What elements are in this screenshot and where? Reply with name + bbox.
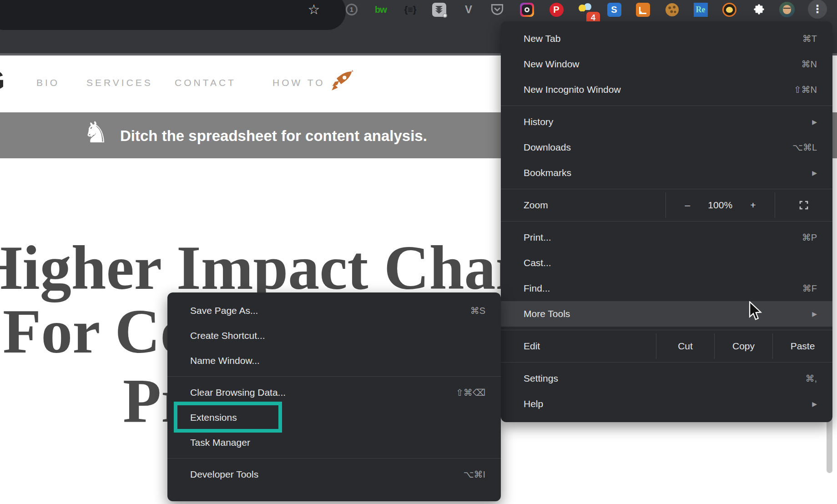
url-bar[interactable] [0,0,346,30]
shortcut: ⇧⌘N [794,84,817,95]
nav-contact[interactable]: CONTACT [175,77,236,88]
rss-icon [636,3,650,17]
menu-label: Clear Browsing Data... [190,387,286,398]
shortcut: ⌥⌘L [792,142,817,153]
extension-lion-icon[interactable] [721,2,737,17]
zoom-in-button[interactable]: + [750,200,756,211]
menu-label: Cast... [524,257,551,268]
menu-label: Task Manager [190,437,250,448]
extension-bw-icon[interactable]: bw [373,2,388,17]
submenu-arrow-icon: ▶ [812,400,817,408]
menu-item-history[interactable]: History ▶ [501,109,832,135]
menu-label: Developer Tools [190,469,258,480]
shortcut: ⌘N [802,59,817,70]
chrome-menu: New Tab ⌘T New Window ⌘N New Incognito W… [501,21,832,422]
edit-paste-button[interactable]: Paste [772,333,832,359]
menu-item-cast[interactable]: Cast... [501,250,832,276]
submenu-arrow-icon: ▶ [812,310,817,318]
shortcut: ⌥⌘I [463,469,485,480]
fullscreen-button[interactable] [775,192,832,218]
zoom-out-button[interactable]: – [685,200,691,211]
bookmark-star-icon[interactable]: ☆ [306,1,322,17]
page-scrollbar-thumb[interactable] [827,417,832,473]
shortcut: ⌘S [470,305,485,316]
menu-separator [501,362,832,363]
zoom-level: 100% [708,200,732,211]
submenu-item-name-window[interactable]: Name Window... [167,348,501,373]
extensions-puzzle-button[interactable] [751,2,766,17]
extension-circle1-icon[interactable]: 1 [344,2,359,17]
menu-label: Settings [524,373,558,384]
nav-services[interactable]: SERVICES [86,77,153,88]
extensions-highlight-box [174,402,282,433]
menu-item-edit: Edit Cut Copy Paste [501,333,832,359]
submenu-arrow-icon: ▶ [812,169,817,176]
menu-separator [501,221,832,222]
menu-item-new-tab[interactable]: New Tab ⌘T [501,26,832,51]
submenu-arrow-icon: ▶ [812,118,817,126]
extension-re-icon[interactable]: Re [693,2,708,17]
shortcut: ⌘F [802,283,817,294]
cookie-icon [666,3,679,16]
menu-label: More Tools [524,308,570,319]
extension-camera-icon[interactable] [519,2,534,17]
menu-label: Save Page As... [190,305,258,316]
menu-label: New Incognito Window [524,84,621,95]
puzzle-icon [753,4,765,16]
extension-pocket-icon[interactable] [489,2,505,17]
camera-icon [520,3,534,17]
submenu-item-clear-browsing-data[interactable]: Clear Browsing Data... ⇧⌘⌫ [167,380,501,405]
nav-how-to[interactable]: HOW TO [272,77,325,88]
submenu-item-developer-tools[interactable]: Developer Tools ⌥⌘I [167,462,501,487]
menu-item-downloads[interactable]: Downloads ⌥⌘L [501,135,832,160]
menu-label: Help [524,398,543,409]
edit-cut-button[interactable]: Cut [656,333,714,359]
screen: ☆ 1 bw {≡} V P [0,0,837,504]
menu-item-more-tools[interactable]: More Tools ▶ [501,301,832,327]
banner-text: Ditch the spreadsheet for content analys… [120,127,427,145]
extension-cookie-icon[interactable] [664,2,680,17]
menu-item-bookmarks[interactable]: Bookmarks ▶ [501,160,832,186]
shortcut: ⌘, [805,373,817,384]
menu-item-help[interactable]: Help ▶ [501,391,832,417]
browser-menu-button[interactable]: ⋮ [808,0,827,19]
edit-copy-button[interactable]: Copy [714,333,772,359]
page-heading-line2: For Co [3,300,192,363]
extension-braces-icon[interactable]: {≡} [403,2,418,17]
pinterest-p-icon: P [550,3,564,17]
menu-label: Downloads [524,142,571,153]
extension-v-icon[interactable]: V [461,2,476,17]
re-glyph: Re [694,3,708,17]
nav-bio[interactable]: BIO [36,77,60,88]
menu-separator [167,458,501,459]
v-glyph: V [465,3,472,16]
shortcut: ⌘P [802,232,817,243]
edit-label: Edit [501,333,656,359]
kebab-menu-icon: ⋮ [812,3,823,15]
menu-label: New Window [524,59,580,70]
more-tools-submenu: Save Page As... ⌘S Create Shortcut... Na… [167,292,501,501]
profile-avatar[interactable] [779,2,795,17]
menu-separator [501,189,832,189]
menu-item-print[interactable]: Print... ⌘P [501,225,832,250]
extension-pinterest-icon[interactable]: P [549,2,564,17]
menu-label: Name Window... [190,355,260,366]
submenu-item-create-shortcut[interactable]: Create Shortcut... [167,323,501,348]
menu-label: Create Shortcut... [190,330,265,341]
extension-s-icon[interactable]: S [606,2,622,17]
avatar [779,2,795,17]
site-logo-partial[interactable]: G [0,65,5,96]
submenu-item-task-manager[interactable]: Task Manager [167,430,501,455]
menu-separator [501,106,832,106]
pocket-shield-icon [491,4,504,15]
menu-item-new-incognito-window[interactable]: New Incognito Window ⇧⌘N [501,77,832,102]
extension-rss-icon[interactable] [635,2,650,17]
menu-item-new-window[interactable]: New Window ⌘N [501,51,832,77]
shortcut: ⇧⌘⌫ [456,387,485,398]
submenu-item-save-page-as[interactable]: Save Page As... ⌘S [167,298,501,323]
menu-item-find[interactable]: Find... ⌘F [501,276,832,301]
zoom-label: Zoom [501,192,666,218]
extension-checklist-icon[interactable] [431,2,447,17]
menu-item-settings[interactable]: Settings ⌘, [501,366,832,391]
circle-badge-icon: 1 [346,4,358,15]
